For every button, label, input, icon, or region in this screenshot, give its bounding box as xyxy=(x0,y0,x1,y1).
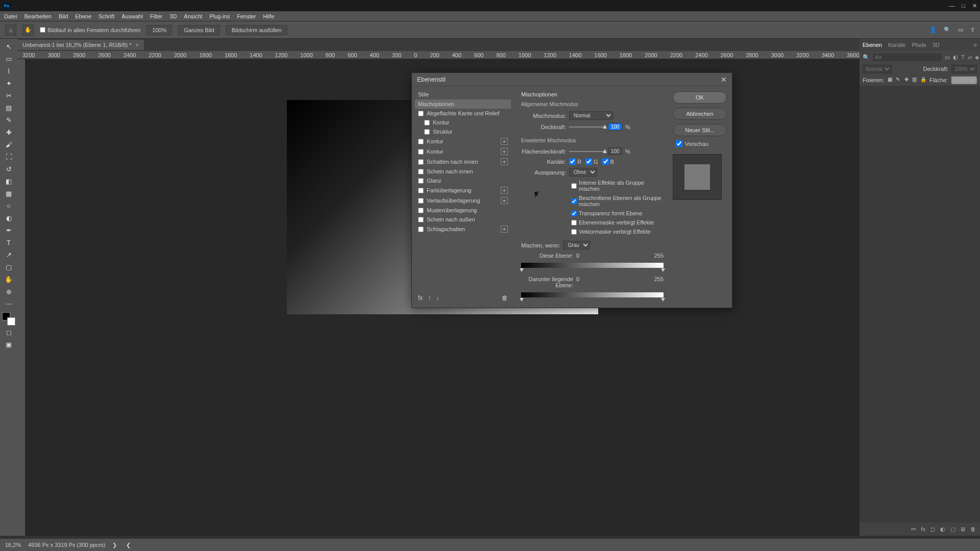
blend-if-dropdown[interactable]: Grau xyxy=(563,241,590,249)
style-item[interactable]: Verlaufsüberlagerung+ xyxy=(415,195,511,206)
filter-img-icon[interactable]: ▭ xyxy=(945,53,950,61)
fill-opacity-slider[interactable] xyxy=(569,151,605,152)
tab-pfade[interactable]: Pfade xyxy=(912,42,926,48)
style-up-icon[interactable]: ↑ xyxy=(428,294,431,302)
style-checkbox[interactable] xyxy=(424,120,430,126)
menu-auswahl[interactable]: Auswahl xyxy=(121,13,143,19)
cloud-icon[interactable]: 👤 xyxy=(929,27,937,33)
style-item[interactable]: Kontur+ xyxy=(415,136,511,146)
this-layer-gradient[interactable] xyxy=(521,263,664,268)
channel-r-checkbox[interactable] xyxy=(569,158,576,165)
style-item[interactable]: Schein nach außen xyxy=(415,215,511,224)
zoom-tool-icon[interactable]: ⊕ xyxy=(2,286,15,297)
tab-3d[interactable]: 3D xyxy=(933,42,940,48)
style-item[interactable]: Musterüberlagerung xyxy=(415,206,511,215)
status-zoom[interactable]: 16,2% xyxy=(5,542,21,548)
style-checkbox[interactable] xyxy=(418,208,424,213)
menu-3d[interactable]: 3D xyxy=(169,13,177,19)
panel-menu-icon[interactable]: ≡ xyxy=(974,42,977,48)
style-down-icon[interactable]: ↓ xyxy=(436,294,439,302)
menu-ebene[interactable]: Ebene xyxy=(75,13,91,19)
knockout-dropdown[interactable]: Ohne xyxy=(569,168,597,177)
search-icon[interactable]: 🔍 xyxy=(863,53,870,61)
workspace-icon[interactable]: ▭ xyxy=(958,27,963,33)
style-item[interactable]: Abgeflachte Kante und Relief xyxy=(415,109,511,118)
tab-ebenen[interactable]: Ebenen xyxy=(863,42,882,48)
style-checkbox[interactable] xyxy=(418,111,424,116)
blur-tool-icon[interactable]: ○ xyxy=(2,200,15,211)
style-item[interactable]: Kontur+ xyxy=(415,146,511,157)
zoom-100-button[interactable]: 100% xyxy=(146,25,172,35)
style-checkbox[interactable] xyxy=(418,217,424,222)
menu-bild[interactable]: Bild xyxy=(59,13,68,19)
home-icon[interactable]: ⌂ xyxy=(5,24,16,36)
frame-tool-icon[interactable]: ▧ xyxy=(2,102,15,113)
share-icon[interactable]: ⇪ xyxy=(970,27,975,33)
pen-tool-icon[interactable]: ✒ xyxy=(2,224,15,236)
layer-filter-input[interactable] xyxy=(873,54,942,61)
style-checkbox[interactable] xyxy=(418,149,424,155)
lock-nest-icon[interactable]: ▥ xyxy=(912,77,917,84)
style-checkbox[interactable] xyxy=(424,129,430,135)
add-instance-icon[interactable]: + xyxy=(501,148,508,155)
style-checkbox[interactable] xyxy=(418,227,424,232)
dodge-tool-icon[interactable]: ◐ xyxy=(2,212,15,223)
wand-tool-icon[interactable]: ✦ xyxy=(2,78,15,89)
style-checkbox[interactable] xyxy=(418,159,424,165)
preview-checkbox[interactable] xyxy=(676,140,682,147)
lock-all-icon[interactable]: 🔒 xyxy=(920,77,926,84)
opacity-slider[interactable] xyxy=(569,127,605,128)
marquee-tool-icon[interactable]: ▭ xyxy=(2,53,15,64)
cancel-button[interactable]: Abbrechen xyxy=(673,108,727,120)
transparency-shapes-checkbox[interactable] xyxy=(571,211,577,216)
menu-hilfe[interactable]: Hilfe xyxy=(263,13,274,19)
heal-tool-icon[interactable]: ✚ xyxy=(2,127,15,138)
type-tool-icon[interactable]: T xyxy=(2,237,15,248)
style-checkbox[interactable] xyxy=(418,198,424,204)
maximize-button[interactable]: □ xyxy=(962,3,965,9)
menu-ansicht[interactable]: Ansicht xyxy=(184,13,202,19)
style-checkbox[interactable] xyxy=(418,188,424,193)
style-checkbox[interactable] xyxy=(418,169,424,174)
path-tool-icon[interactable]: ↗ xyxy=(2,249,15,260)
stamp-tool-icon[interactable]: ⛶ xyxy=(2,151,15,162)
style-checkbox[interactable] xyxy=(418,178,424,184)
close-button[interactable]: ✕ xyxy=(972,3,977,9)
tab-kanaele[interactable]: Kanäle xyxy=(888,42,905,48)
dialog-header[interactable]: Ebenenstil ✕ xyxy=(412,73,732,86)
eyedropper-tool-icon[interactable]: ✎ xyxy=(2,114,15,126)
new-style-button[interactable]: Neuer Stil... xyxy=(673,124,727,136)
style-delete-icon[interactable]: 🗑 xyxy=(502,294,508,302)
opacity-value[interactable]: 100 xyxy=(608,123,622,131)
hand-tool-icon[interactable]: ✋ xyxy=(22,24,34,36)
add-instance-icon[interactable]: + xyxy=(501,138,508,145)
group-icon[interactable]: ▢ xyxy=(950,526,955,533)
blend-mode-dropdown[interactable]: Normal xyxy=(569,111,613,120)
style-item[interactable]: Farbüberlagerung+ xyxy=(415,185,511,195)
move-tool-icon[interactable]: ↖ xyxy=(2,41,15,52)
style-item[interactable]: Struktur xyxy=(415,127,511,136)
crop-tool-icon[interactable]: ✂ xyxy=(2,90,15,101)
status-arrow-left-icon[interactable]: ❮ xyxy=(126,542,131,548)
delete-icon[interactable]: 🗑 xyxy=(970,526,976,532)
fx-icon[interactable]: fx xyxy=(921,526,925,532)
edit-toolbar-icon[interactable]: ⋯ xyxy=(2,298,15,309)
style-item[interactable]: Kontur xyxy=(415,118,511,127)
quick-mask-icon[interactable]: ◻ xyxy=(2,327,15,338)
history-brush-icon[interactable]: ↺ xyxy=(2,163,15,174)
fit-screen-button[interactable]: Ganzes Bild xyxy=(178,25,219,35)
eraser-tool-icon[interactable]: ◧ xyxy=(2,176,15,187)
filter-type-icon[interactable]: T xyxy=(961,53,965,61)
lock-move-icon[interactable]: ✥ xyxy=(904,77,909,84)
add-instance-icon[interactable]: + xyxy=(501,158,508,165)
menu-datei[interactable]: Datei xyxy=(4,13,17,19)
filter-smart-icon[interactable]: ◈ xyxy=(975,53,979,61)
mask-icon[interactable]: ◻ xyxy=(930,526,935,533)
vector-mask-hides-checkbox[interactable] xyxy=(571,229,577,235)
gradient-tool-icon[interactable]: ▦ xyxy=(2,188,15,199)
layer-mask-hides-checkbox[interactable] xyxy=(571,220,577,226)
lock-pixels-icon[interactable]: ▦ xyxy=(887,77,892,84)
fill-select[interactable]: 100% xyxy=(951,76,977,84)
tab-close-icon[interactable]: × xyxy=(135,42,138,48)
hand-tool-icon[interactable]: ✋ xyxy=(2,273,15,285)
